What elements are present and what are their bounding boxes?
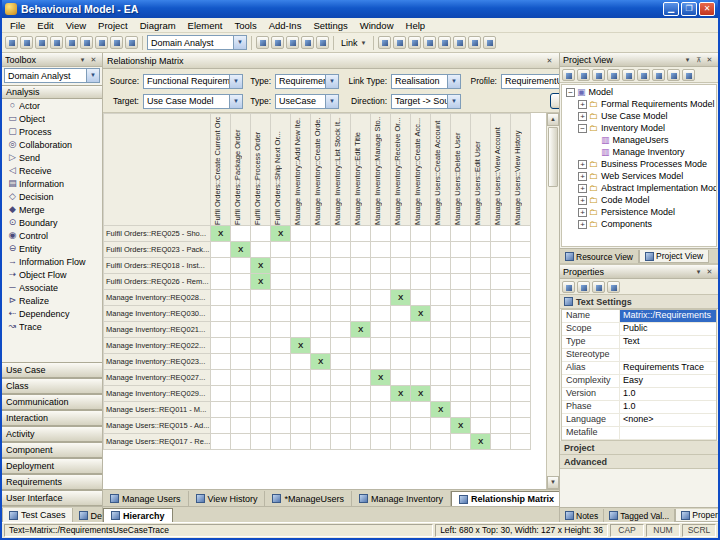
matrix-row-header[interactable]: Manage Inventory::REQ030... [104, 306, 211, 322]
matrix-cell[interactable] [331, 290, 351, 306]
matrix-cell[interactable] [491, 354, 511, 370]
toolbox-item-send[interactable]: ▷Send [2, 151, 102, 164]
scrollbar-thumb[interactable] [548, 127, 558, 187]
matrix-row-header[interactable]: Manage Inventory::REQ029... [104, 386, 211, 402]
matrix-cell[interactable] [391, 306, 411, 322]
matrix-cell[interactable] [391, 322, 411, 338]
tree-item-persistence-model[interactable]: +🗀Persistence Model [562, 206, 716, 218]
matrix-cell[interactable]: X [451, 418, 471, 434]
toolbox-item-boundary[interactable]: ⊙Boundary [2, 216, 102, 229]
matrix-cell[interactable] [291, 354, 311, 370]
toolbox-section-interaction[interactable]: Interaction [2, 410, 102, 426]
matrix-cell[interactable] [211, 386, 231, 402]
matrix-cell[interactable] [511, 402, 531, 418]
tree-item-web-services-model[interactable]: +🗀Web Services Model [562, 170, 716, 182]
close-icon[interactable]: ✕ [704, 266, 715, 277]
matrix-cell[interactable]: X [231, 242, 251, 258]
minimize-button[interactable]: ▁ [663, 2, 679, 16]
help-icon[interactable] [483, 36, 496, 49]
matrix-cell[interactable] [331, 402, 351, 418]
matrix-cell[interactable] [391, 274, 411, 290]
matrix-cell[interactable] [411, 242, 431, 258]
matrix-cell[interactable] [271, 306, 291, 322]
matrix-cell[interactable] [211, 306, 231, 322]
matrix-cell[interactable] [511, 386, 531, 402]
matrix-cell[interactable] [251, 370, 271, 386]
matrix-cell[interactable] [371, 434, 391, 450]
matrix-cell[interactable] [231, 402, 251, 418]
open-icon[interactable] [20, 36, 33, 49]
help-icon[interactable] [607, 281, 620, 293]
toolbox-section-user-interface[interactable]: User Interface [2, 490, 102, 506]
matrix-cell[interactable] [351, 306, 371, 322]
property-group-project[interactable]: Project [560, 441, 718, 455]
scroll-up-icon[interactable]: ▲ [547, 113, 559, 126]
matrix-cell[interactable] [411, 418, 431, 434]
toolbox-section-component[interactable]: Component [2, 442, 102, 458]
matrix-cell[interactable] [431, 386, 451, 402]
matrix-cell[interactable] [491, 402, 511, 418]
matrix-cell[interactable] [351, 418, 371, 434]
new-element-icon[interactable] [286, 36, 299, 49]
matrix-row-header[interactable]: Manage Inventory::REQ023... [104, 354, 211, 370]
matrix-column-header[interactable]: Manage Inventory::List Stock It... [331, 114, 351, 226]
matrix-cell[interactable] [291, 306, 311, 322]
matrix-cell[interactable] [471, 386, 491, 402]
matrix-cell[interactable] [271, 258, 291, 274]
matrix-cell[interactable] [251, 306, 271, 322]
matrix-cell[interactable] [471, 290, 491, 306]
collapse-icon[interactable]: − [566, 88, 575, 97]
properties-icon[interactable] [667, 69, 680, 81]
matrix-cell[interactable] [331, 274, 351, 290]
matrix-cell[interactable] [251, 242, 271, 258]
matrix-cell[interactable] [491, 338, 511, 354]
matrix-cell[interactable] [231, 274, 251, 290]
matrix-cell[interactable] [411, 274, 431, 290]
matrix-cell[interactable]: X [351, 322, 371, 338]
property-pages-icon[interactable] [592, 281, 605, 293]
matrix-cell[interactable]: X [371, 370, 391, 386]
matrix-cell[interactable] [211, 274, 231, 290]
search-icon[interactable] [65, 36, 78, 49]
matrix-column-header[interactable]: Manage Inventory::Create Orde... [311, 114, 331, 226]
matrix-cell[interactable] [271, 322, 291, 338]
matrix-cell[interactable] [311, 402, 331, 418]
matrix-cell[interactable] [351, 258, 371, 274]
toolbox-section-class[interactable]: Class [2, 378, 102, 394]
matrix-cell[interactable] [211, 338, 231, 354]
matrix-cell[interactable] [371, 418, 391, 434]
property-value[interactable]: 1.0 [620, 388, 716, 400]
matrix-cell[interactable] [411, 402, 431, 418]
property-row-metafile[interactable]: Metafile [562, 427, 716, 440]
cut-icon[interactable] [80, 36, 93, 49]
matrix-cell[interactable] [351, 434, 371, 450]
matrix-cell[interactable] [411, 258, 431, 274]
matrix-column-header[interactable]: Manage Users::View Account [491, 114, 511, 226]
matrix-row-header[interactable]: Manage Inventory::REQ028... [104, 290, 211, 306]
tree-item-abstract-implementation-mod[interactable]: +🗀Abstract Implementation Mod [562, 182, 716, 194]
matrix-cell[interactable] [391, 226, 411, 242]
new-element-icon[interactable] [592, 69, 605, 81]
matrix-cell[interactable]: X [311, 354, 331, 370]
matrix-row-header[interactable]: Manage Inventory::REQ022... [104, 338, 211, 354]
matrix-cell[interactable] [231, 354, 251, 370]
chevron-down-icon[interactable] [325, 75, 338, 88]
matrix-cell[interactable] [351, 338, 371, 354]
menu-settings[interactable]: Settings [307, 19, 353, 32]
matrix-cell[interactable] [271, 370, 291, 386]
tree-item-use-case-model[interactable]: +🗀Use Case Model [562, 110, 716, 122]
expand-icon[interactable]: + [578, 172, 587, 181]
matrix-row-header[interactable]: Fulfil Orders::REQ018 - Inst... [104, 258, 211, 274]
matrix-row-header[interactable]: Manage Inventory::REQ027... [104, 370, 211, 386]
matrix-cell[interactable] [351, 386, 371, 402]
toolbox-item-collaboration[interactable]: ◎Collaboration [2, 138, 102, 151]
target-combobox[interactable]: Use Case Model [143, 94, 243, 109]
matrix-cell[interactable] [211, 258, 231, 274]
matrix-cell[interactable] [331, 242, 351, 258]
matrix-cell[interactable] [471, 402, 491, 418]
matrix-cell[interactable] [451, 306, 471, 322]
matrix-cell[interactable] [291, 418, 311, 434]
toolbox-item-realize[interactable]: ⊳Realize [2, 294, 102, 307]
matrix-cell[interactable] [451, 290, 471, 306]
matrix-cell[interactable] [271, 386, 291, 402]
